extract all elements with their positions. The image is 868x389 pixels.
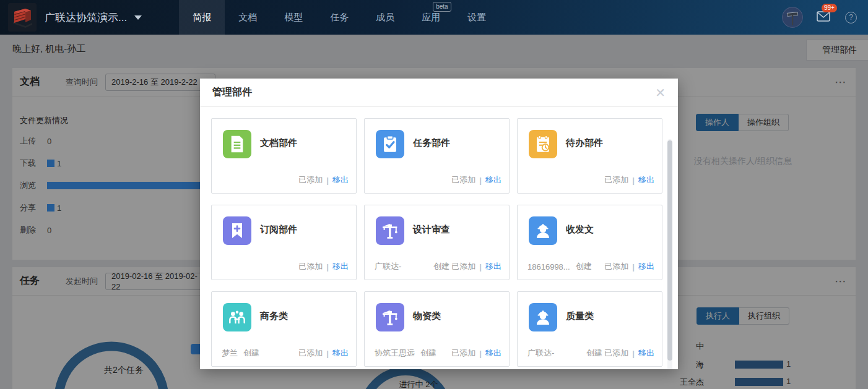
people-icon (223, 303, 251, 331)
remove-link[interactable]: 移出 (485, 174, 501, 186)
remove-link[interactable]: 移出 (638, 174, 654, 186)
remove-link[interactable]: 移出 (332, 348, 349, 359)
project-switcher[interactable]: 广联达协筑演示... (45, 11, 142, 25)
remove-link[interactable]: 移出 (485, 348, 501, 359)
tab-models[interactable]: 模型 (271, 0, 316, 35)
close-icon[interactable]: ✕ (655, 87, 666, 99)
component-card: 物资类 协筑王思远创建 已添加 | 移出 (364, 291, 510, 367)
chevron-down-icon (134, 15, 142, 20)
worker-icon (529, 303, 557, 331)
component-card: 文档部件 已添加 | 移出 (211, 118, 357, 194)
crane-icon (376, 303, 404, 331)
card-creator: 广联达-创建 (375, 261, 449, 272)
component-cards-grid: 文档部件 已添加 | 移出 任务部件 已添加 | 移出 (211, 118, 667, 367)
component-card: 待办部件 已添加 | 移出 (517, 118, 662, 194)
remove-link[interactable]: 移出 (638, 348, 654, 359)
card-status: 已添加 (451, 174, 475, 186)
clipboard-check-icon (376, 130, 404, 158)
card-status: 已添加 (451, 261, 475, 272)
tab-briefing[interactable]: 简报 (179, 0, 225, 35)
component-card: 商务类 梦兰创建 已添加 | 移出 (211, 291, 357, 367)
messages-button[interactable]: 99+ (817, 11, 830, 24)
card-status: 已添加 (604, 261, 628, 272)
help-icon[interactable]: ? (845, 12, 857, 24)
beta-badge: beta (433, 2, 451, 12)
page: 广联达协筑演示... 简报 文档 模型 任务 成员 应用 beta 设置 (0, 0, 868, 389)
component-card: 质量类 广联达-创建 已添加 | 移出 (517, 291, 662, 367)
navbar-right: 99+ ? (782, 7, 857, 28)
card-status: 已添加 (451, 348, 475, 359)
card-creator: 18616998...创建 (527, 261, 592, 272)
tab-tasks[interactable]: 任务 (316, 0, 362, 35)
nav-tabs: 简报 文档 模型 任务 成员 应用 beta 设置 (179, 0, 500, 35)
avatar[interactable] (782, 7, 803, 28)
component-card: 订阅部件 已添加 | 移出 (211, 205, 357, 280)
remove-link[interactable]: 移出 (332, 261, 349, 272)
worker-icon (529, 216, 557, 245)
crane-icon (376, 216, 404, 245)
tab-documents[interactable]: 文档 (225, 0, 271, 35)
component-card: 收发文 18616998...创建 已添加 | 移出 (517, 205, 662, 280)
card-creator: 广联达-创建 (527, 348, 602, 359)
scrollbar-thumb[interactable] (667, 140, 672, 361)
clipboard-clock-icon (529, 130, 557, 158)
card-creator: 梦兰创建 (222, 348, 259, 359)
tab-apps[interactable]: 应用 beta (408, 0, 454, 35)
bookmark-plus-icon (223, 216, 251, 245)
modal-title: 管理部件 (212, 86, 252, 99)
modal-scrollbar (667, 139, 672, 369)
card-creator: 协筑王思远创建 (375, 348, 436, 359)
project-title: 广联达协筑演示... (45, 11, 127, 25)
card-status: 已添加 (298, 261, 323, 272)
remove-link[interactable]: 移出 (638, 261, 654, 272)
modal-header: 管理部件 ✕ (200, 79, 678, 107)
tab-settings[interactable]: 设置 (454, 0, 500, 35)
remove-link[interactable]: 移出 (332, 174, 349, 186)
component-card: 设计审查 广联达-创建 已添加 | 移出 (364, 205, 510, 280)
document-icon (223, 130, 251, 158)
card-status: 已添加 (298, 174, 323, 186)
message-count-badge: 99+ (822, 4, 837, 12)
component-card: 任务部件 已添加 | 移出 (364, 118, 510, 194)
modal-body: 文档部件 已添加 | 移出 任务部件 已添加 | 移出 (200, 107, 678, 369)
card-status: 已添加 (604, 174, 628, 186)
mail-icon (817, 11, 830, 22)
tab-members[interactable]: 成员 (362, 0, 408, 35)
card-status: 已添加 (298, 348, 323, 359)
app-logo-icon[interactable] (8, 3, 37, 32)
navbar: 广联达协筑演示... 简报 文档 模型 任务 成员 应用 beta 设置 (0, 0, 868, 35)
card-status: 已添加 (604, 348, 628, 359)
manage-components-modal: 管理部件 ✕ 文档部件 已添加 | 移出 任务部件 (200, 79, 678, 369)
remove-link[interactable]: 移出 (485, 261, 501, 272)
